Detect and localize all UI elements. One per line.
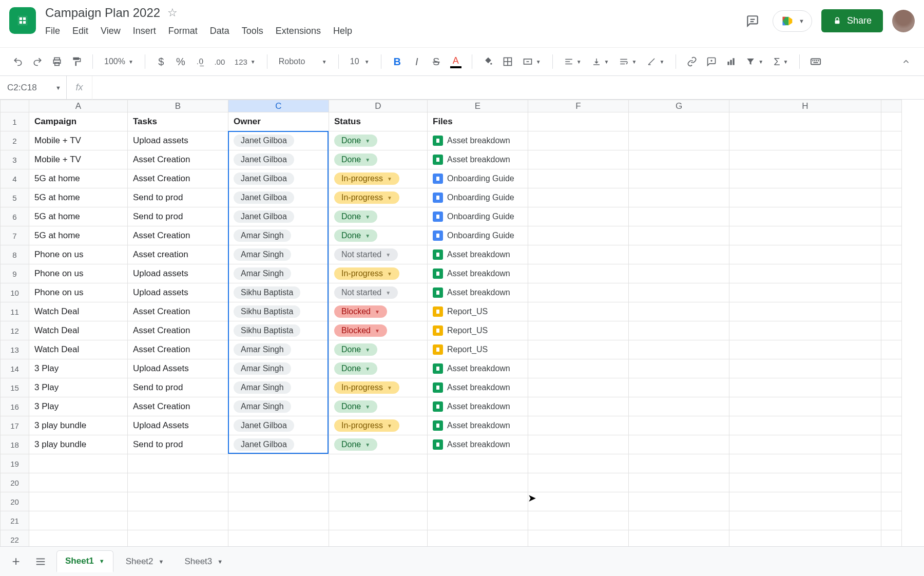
- cell[interactable]: In-progress▼: [329, 416, 428, 435]
- sheet-tab-sheet3[interactable]: Sheet3▼: [176, 550, 231, 572]
- owner-chip[interactable]: Amar Singh: [234, 381, 291, 394]
- cell[interactable]: 3 Play: [29, 378, 128, 397]
- cell[interactable]: Janet Gilboa: [228, 207, 329, 226]
- cell[interactable]: Report_US: [428, 340, 528, 359]
- menu-file[interactable]: File: [45, 26, 60, 36]
- cell[interactable]: Not started▼: [329, 283, 428, 302]
- cell[interactable]: Report_US: [428, 302, 528, 321]
- fill-color-button[interactable]: [479, 52, 497, 71]
- cell[interactable]: Done▼: [329, 226, 428, 245]
- owner-chip[interactable]: Amar Singh: [234, 229, 291, 242]
- column-header-D[interactable]: D: [329, 100, 428, 112]
- cell[interactable]: [729, 359, 881, 378]
- cell[interactable]: [329, 473, 428, 492]
- cell[interactable]: [29, 492, 128, 511]
- cell[interactable]: [528, 283, 629, 302]
- cell[interactable]: Asset breakdown: [428, 283, 528, 302]
- sheet-tab-sheet1[interactable]: Sheet1▼: [56, 550, 113, 572]
- cell[interactable]: Done▼: [329, 340, 428, 359]
- row-header[interactable]: 13: [1, 340, 29, 359]
- filter-dropdown[interactable]: ▼: [742, 57, 767, 66]
- owner-chip[interactable]: Janet Gilboa: [234, 153, 294, 166]
- cell[interactable]: Asset breakdown: [428, 245, 528, 264]
- cell[interactable]: [729, 492, 881, 511]
- owner-chip[interactable]: Janet Gilboa: [234, 172, 294, 185]
- italic-button[interactable]: I: [408, 52, 426, 71]
- row-header[interactable]: 5: [1, 188, 29, 207]
- cell[interactable]: [729, 378, 881, 397]
- cell[interactable]: Asset Creation: [128, 302, 228, 321]
- v-align-dropdown[interactable]: ▼: [588, 57, 613, 66]
- header-cell[interactable]: Files: [428, 112, 528, 131]
- cell[interactable]: Phone on us: [29, 245, 128, 264]
- row-header[interactable]: 8: [1, 245, 29, 264]
- column-header-F[interactable]: F: [528, 100, 629, 112]
- status-chip[interactable]: Done▼: [334, 438, 377, 451]
- sheets-app-icon[interactable]: [9, 7, 36, 34]
- cell[interactable]: Watch Deal: [29, 321, 128, 340]
- file-chip[interactable]: Onboarding Guide: [433, 212, 514, 222]
- cell[interactable]: 3 Play: [29, 359, 128, 378]
- cell[interactable]: [428, 492, 528, 511]
- owner-chip[interactable]: Amar Singh: [234, 248, 291, 261]
- cell[interactable]: Asset breakdown: [428, 131, 528, 150]
- sheet-tab-sheet2[interactable]: Sheet2▼: [118, 550, 172, 572]
- status-chip[interactable]: Done▼: [334, 362, 377, 375]
- collapse-toolbar-icon[interactable]: [897, 52, 915, 71]
- cell[interactable]: [528, 454, 629, 473]
- account-avatar[interactable]: [892, 10, 915, 32]
- cell[interactable]: [629, 283, 729, 302]
- cell[interactable]: [729, 473, 881, 492]
- cell[interactable]: Amar Singh: [228, 226, 329, 245]
- cell[interactable]: [528, 131, 629, 150]
- cell[interactable]: Done▼: [329, 131, 428, 150]
- cell[interactable]: [881, 378, 902, 397]
- cell[interactable]: Onboarding Guide: [428, 207, 528, 226]
- name-box[interactable]: C2:C18 ▼: [0, 76, 67, 100]
- menu-view[interactable]: View: [101, 26, 121, 36]
- owner-chip[interactable]: Amar Singh: [234, 267, 291, 280]
- cell[interactable]: [629, 435, 729, 454]
- cell[interactable]: Send to prod: [128, 435, 228, 454]
- owner-chip[interactable]: Janet Gilboa: [234, 210, 294, 223]
- cell[interactable]: [228, 454, 329, 473]
- owner-chip[interactable]: Amar Singh: [234, 362, 291, 375]
- file-chip[interactable]: Asset breakdown: [433, 155, 510, 165]
- cell[interactable]: In-progress▼: [329, 378, 428, 397]
- cell[interactable]: [528, 264, 629, 283]
- cell[interactable]: 3 play bundle: [29, 435, 128, 454]
- redo-icon[interactable]: [29, 52, 46, 71]
- row-header[interactable]: 7: [1, 226, 29, 245]
- cell[interactable]: [729, 226, 881, 245]
- cell[interactable]: [428, 454, 528, 473]
- cell[interactable]: [528, 188, 629, 207]
- cell[interactable]: [881, 492, 902, 511]
- column-header-G[interactable]: G: [629, 100, 729, 112]
- column-header-H[interactable]: H: [729, 100, 881, 112]
- cell[interactable]: Sikhu Baptista: [228, 302, 329, 321]
- wrap-dropdown[interactable]: ▼: [615, 57, 641, 66]
- cell[interactable]: Done▼: [329, 150, 428, 169]
- cell[interactable]: [881, 264, 902, 283]
- cell[interactable]: Done▼: [329, 207, 428, 226]
- file-chip[interactable]: Report_US: [433, 344, 488, 355]
- cell[interactable]: [528, 359, 629, 378]
- cell[interactable]: [128, 492, 228, 511]
- cell[interactable]: Sikhu Baptista: [228, 321, 329, 340]
- cell[interactable]: [881, 112, 902, 131]
- cell[interactable]: [528, 245, 629, 264]
- owner-chip[interactable]: Sikhu Baptista: [234, 305, 300, 318]
- header-cell[interactable]: Owner: [228, 112, 329, 131]
- cell[interactable]: [228, 473, 329, 492]
- cell[interactable]: Amar Singh: [228, 397, 329, 416]
- cell[interactable]: 5G at home: [29, 169, 128, 188]
- file-chip[interactable]: Asset breakdown: [433, 420, 510, 431]
- currency-icon[interactable]: $: [152, 52, 170, 71]
- cell[interactable]: Upload assets: [128, 131, 228, 150]
- cell[interactable]: Upload assets: [128, 283, 228, 302]
- row-header[interactable]: 4: [1, 169, 29, 188]
- cell[interactable]: [629, 264, 729, 283]
- cell[interactable]: Upload assets: [128, 264, 228, 283]
- strikethrough-button[interactable]: S: [428, 52, 445, 71]
- merge-cells-dropdown[interactable]: ▼: [518, 56, 545, 67]
